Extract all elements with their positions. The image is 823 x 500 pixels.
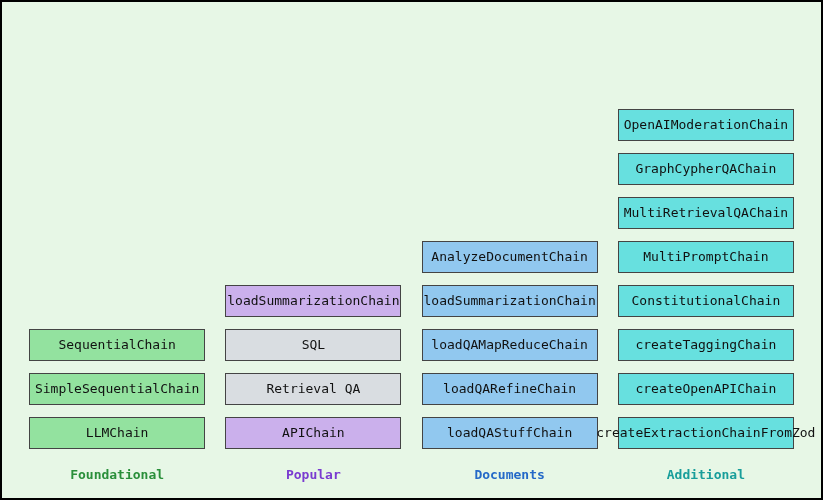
diagram-frame: SequentialChainSimpleSequentialChainLLMC…: [0, 0, 823, 500]
chain-box: SQL: [225, 329, 401, 361]
chain-box: AnalyzeDocumentChain: [422, 241, 598, 273]
chain-box: SimpleSequentialChain: [29, 373, 205, 405]
chain-box: loadQAMapReduceChain: [422, 329, 598, 361]
chain-box: APIChain: [225, 417, 401, 449]
column-label-additional: Additional: [667, 467, 745, 482]
chain-box: loadQARefineChain: [422, 373, 598, 405]
column-documents: AnalyzeDocumentChainloadSummarizationCha…: [417, 241, 603, 484]
chain-box: Retrieval QA: [225, 373, 401, 405]
chain-box: LLMChain: [29, 417, 205, 449]
chain-box: ConstitutionalChain: [618, 285, 794, 317]
column-foundational: SequentialChainSimpleSequentialChainLLMC…: [24, 329, 210, 484]
chain-box: createOpenAPIChain: [618, 373, 794, 405]
chain-box: createExtractionChainFromZod: [618, 417, 794, 449]
column-label-popular: Popular: [286, 467, 341, 482]
columns-container: SequentialChainSimpleSequentialChainLLMC…: [24, 20, 799, 484]
chain-box: GraphCypherQAChain: [618, 153, 794, 185]
chain-box: MultiRetrievalQAChain: [618, 197, 794, 229]
chain-box: OpenAIModerationChain: [618, 109, 794, 141]
chain-box: loadQAStuffChain: [422, 417, 598, 449]
column-label-documents: Documents: [474, 467, 544, 482]
chain-box: MultiPromptChain: [618, 241, 794, 273]
chain-box: loadSummarizationChain: [422, 285, 598, 317]
chain-box: loadSummarizationChain: [225, 285, 401, 317]
chain-box: SequentialChain: [29, 329, 205, 361]
column-popular: loadSummarizationChainSQLRetrieval QAAPI…: [220, 285, 406, 484]
chain-box: createTaggingChain: [618, 329, 794, 361]
column-additional: OpenAIModerationChainGraphCypherQAChainM…: [613, 109, 799, 484]
column-label-foundational: Foundational: [70, 467, 164, 482]
